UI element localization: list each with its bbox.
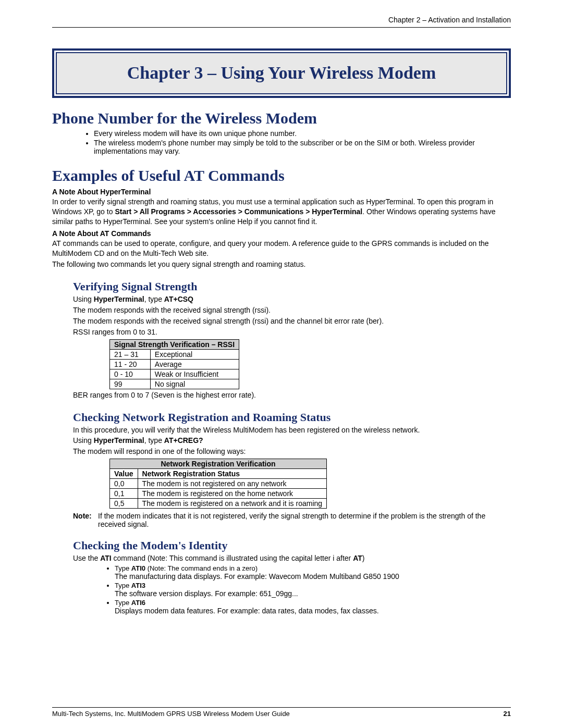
list-item: Type ATI0 (Note: The command ends in a z… (115, 564, 511, 581)
table-row: 0,1The modem is registered on the home n… (110, 489, 327, 499)
text: Type (115, 599, 131, 607)
text: Using (73, 436, 94, 445)
line: Use the ATI command (Note: This command … (73, 553, 511, 563)
list-item: Every wireless modem will have its own u… (94, 129, 511, 138)
text: , type (144, 295, 164, 303)
table-row: 0 - 10Weak or Insufficient (110, 369, 239, 379)
text-bold: HyperTerminal (94, 436, 144, 445)
text: ) (362, 554, 365, 562)
text-bold: AT+CSQ (164, 295, 193, 303)
registration-note: Note: If the modem indicates that it is … (73, 512, 511, 528)
chapter-title-box: Chapter 3 – Using Your Wireless Modem (52, 48, 511, 98)
note-hyperterminal-text: In order to verify signal strength and r… (52, 197, 511, 227)
heading-modem-identity: Checking the Modem's Identity (73, 539, 511, 552)
text-bold: AT+CREG? (164, 436, 203, 445)
heading-signal-strength: Verifying Signal Strength (73, 280, 511, 293)
list-item: Type ATI6 Displays modem data features. … (115, 599, 511, 615)
text: Type (115, 582, 131, 589)
cell: Exceptional (150, 349, 239, 359)
page-number: 21 (504, 710, 511, 718)
identity-block: Use the ATI command (Note: This command … (73, 553, 511, 563)
table-header: Network Registration Verification (110, 459, 327, 469)
line: The modem will respond in one of the fol… (73, 447, 511, 456)
text: Use the (73, 554, 100, 562)
heading-at-commands: Examples of Useful AT Commands (52, 167, 511, 184)
cell: 0,5 (110, 499, 138, 509)
cell: 0,1 (110, 489, 138, 499)
table-row: 99No signal (110, 379, 239, 389)
list-item: Type ATI3 The software version displays.… (115, 582, 511, 598)
cell: Weak or Insufficient (150, 369, 239, 379)
cell: 11 - 20 (110, 359, 151, 369)
note-label: Note: (73, 512, 98, 528)
text: The software version displays. For examp… (115, 589, 298, 598)
cell: 99 (110, 379, 151, 389)
text-bold: ATI3 (131, 582, 145, 589)
note-hyperterminal-label: A Note About HyperTerminal (52, 188, 511, 196)
table-header: Signal Strength Verification – RSSI (110, 339, 239, 349)
text-bold: ATI6 (131, 599, 145, 607)
page: Chapter 2 – Activation and Installation … (0, 0, 563, 728)
network-reg-block: In this procedure, you will verify that … (73, 425, 511, 457)
cell: 0 - 10 (110, 369, 151, 379)
text: Type (115, 564, 131, 572)
footer-text: Multi-Tech Systems, Inc. MultiModem GPRS… (52, 710, 290, 718)
note-text: If the modem indicates that it is not re… (98, 512, 511, 528)
text: Displays modem data features. For exampl… (115, 607, 379, 615)
line: Using HyperTerminal, type AT+CREG? (73, 436, 511, 446)
text-bold: ATI0 (131, 564, 145, 572)
rssi-table: Signal Strength Verification – RSSI 21 –… (109, 339, 239, 389)
note-at-commands-text-1: AT commands can be used to operate, conf… (52, 239, 511, 258)
line: Using HyperTerminal, type AT+CSQ (73, 294, 511, 304)
cell: No signal (150, 379, 239, 389)
signal-strength-block: Using HyperTerminal, type AT+CSQ The mod… (73, 294, 511, 337)
cell: 21 – 31 (110, 349, 151, 359)
line: In this procedure, you will verify that … (73, 425, 511, 435)
text-bold: ATI (100, 554, 112, 562)
note-at-commands-label: A Note About AT Commands (52, 229, 511, 238)
text: (Note: The command ends in a zero) (145, 564, 258, 572)
identity-bullets: Type ATI0 (Note: The command ends in a z… (115, 564, 511, 615)
table-row: 11 - 20Average (110, 359, 239, 369)
header-rule (52, 27, 511, 28)
running-header: Chapter 2 – Activation and Installation (52, 16, 511, 24)
table-row: 0,0The modem is not registered on any ne… (110, 479, 327, 489)
column-header: Value (110, 469, 138, 479)
ber-note: BER ranges from 0 to 7 (Seven is the hig… (73, 390, 511, 400)
text: command (Note: This command is illustrat… (112, 554, 353, 562)
cell: The modem is registered on the home netw… (138, 489, 327, 499)
text-bold: HyperTerminal (94, 295, 144, 303)
list-item: The wireless modem's phone number may si… (94, 139, 511, 155)
table-row: 21 – 31Exceptional (110, 349, 239, 359)
cell: Average (150, 359, 239, 369)
chapter-title: Chapter 3 – Using Your Wireless Modem (72, 63, 491, 84)
network-reg-table: Network Registration Verification Value … (109, 459, 327, 509)
text: Using (73, 295, 94, 303)
text: The manufacturing data displays. For exa… (115, 572, 399, 581)
column-header: Network Registration Status (138, 469, 327, 479)
cell: The modem is registered on a network and… (138, 499, 327, 509)
footer-rule (52, 707, 511, 708)
text-bold: Start > All Programs > Accessories > Com… (115, 207, 362, 216)
text: , type (144, 436, 164, 445)
footer: Multi-Tech Systems, Inc. MultiModem GPRS… (52, 707, 511, 718)
phone-number-bullets: Every wireless modem will have its own u… (94, 129, 511, 155)
cell: The modem is not registered on any netwo… (138, 479, 327, 489)
chapter-title-inner: Chapter 3 – Using Your Wireless Modem (56, 52, 507, 94)
line: The modem responds with the received sig… (73, 305, 511, 315)
text-bold: AT (353, 554, 362, 562)
heading-network-registration: Checking Network Registration and Roamin… (73, 411, 511, 424)
table-subheader: Value Network Registration Status (110, 469, 327, 479)
cell: 0,0 (110, 479, 138, 489)
line: RSSI ranges from 0 to 31. (73, 327, 511, 337)
heading-phone-number: Phone Number for the Wireless Modem (52, 109, 511, 127)
line: The modem responds with the received sig… (73, 316, 511, 326)
note-at-commands-text-2: The following two commands let you query… (52, 260, 511, 269)
table-row: 0,5The modem is registered on a network … (110, 499, 327, 509)
